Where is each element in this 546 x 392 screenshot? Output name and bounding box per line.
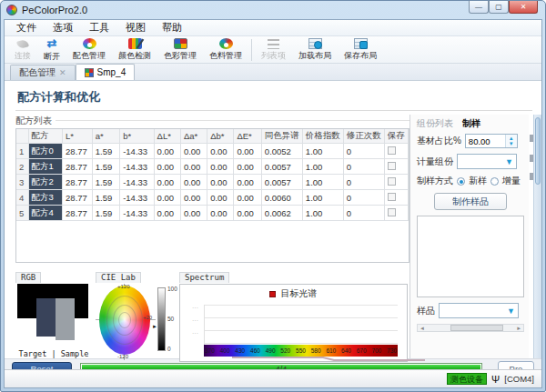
menu-view[interactable]: 视图	[117, 21, 154, 35]
col-a[interactable]: a*	[92, 129, 119, 144]
pre-button[interactable]: Pre	[498, 361, 534, 369]
menu-options[interactable]: 选项	[45, 21, 81, 35]
table-row[interactable]: 1 配方0 28.77 1.59 -14.33 0.00 0.00 0.00 0…	[16, 144, 408, 159]
lab-axis-top-label: +120	[117, 284, 130, 289]
col-db[interactable]: Δb*	[207, 129, 234, 144]
formula-name-cell[interactable]: 配方0	[28, 144, 63, 159]
menu-bar: 文件 选项 工具 视图 帮助	[5, 20, 541, 36]
scroll-right-icon[interactable]: ►	[514, 326, 523, 331]
tab-close-icon[interactable]: ✕	[59, 68, 66, 77]
chevron-down-icon: ▼	[507, 307, 515, 316]
scrollbar-thumb[interactable]	[535, 117, 541, 185]
tab-make-sample[interactable]: 制样	[462, 117, 480, 130]
save-checkbox[interactable]	[388, 208, 396, 216]
colorant-manage-button[interactable]: 色料管理	[203, 37, 248, 63]
maximize-button[interactable]: ▢	[489, 1, 509, 14]
menu-file[interactable]: 文件	[8, 21, 45, 35]
load-layout-icon	[308, 38, 322, 49]
formula-name-cell[interactable]: 配方1	[28, 159, 63, 175]
rgb-tab[interactable]: RGB	[15, 272, 41, 283]
lightness-bar	[157, 287, 166, 351]
col-save[interactable]: 保存	[384, 129, 408, 144]
save-checkbox[interactable]	[388, 146, 396, 155]
spinner-arrows-icon[interactable]: ▲▼	[505, 135, 517, 147]
disconnect-button[interactable]: ⇄ 断开	[37, 37, 66, 63]
component-listbox[interactable]	[417, 216, 524, 297]
chart-legend: 目标光谱	[180, 286, 407, 301]
lightness-marker-icon: ►	[152, 324, 157, 329]
page-title: 配方计算和优化	[17, 89, 541, 106]
col-dL[interactable]: ΔL*	[154, 129, 180, 144]
formula-name-cell[interactable]: 配方3	[28, 190, 63, 206]
close-button[interactable]: ✕	[509, 1, 538, 14]
horizontal-scrollbar[interactable]: ◄ ►	[417, 324, 524, 332]
save-checkbox[interactable]	[388, 193, 396, 201]
client-area: 文件 选项 工具 视图 帮助 连接 ⇄ 断开 配色管理 颜色检测	[4, 19, 542, 388]
main-content: 配方计算和优化 配方列表	[5, 81, 541, 369]
color-match-manage-button[interactable]: 配色管理	[66, 37, 112, 63]
col-b[interactable]: b*	[120, 129, 154, 144]
target-color-swatch	[36, 298, 56, 337]
col-formula[interactable]: 配方	[28, 129, 63, 144]
measured-component-label: 计量组份	[417, 156, 453, 168]
device-status-badge: 测色设备	[447, 373, 487, 385]
substrate-ratio-stepper[interactable]: ▲▼	[465, 134, 518, 148]
col-metamerism[interactable]: 同色异谱	[261, 129, 302, 144]
col-price-index[interactable]: 价格指数	[302, 129, 343, 144]
spectrum-chart: 目标光谱 ··· ··· ···	[179, 284, 408, 362]
vertical-scrollbar[interactable]	[533, 115, 541, 358]
save-layout-button[interactable]: 保存布局	[338, 37, 383, 63]
sample-select[interactable]: ▼	[439, 303, 519, 318]
make-sample-button[interactable]: 制作样品	[434, 193, 507, 210]
com-port-label: [COM4]	[504, 374, 534, 384]
formula-name-cell[interactable]: 配方2	[28, 175, 63, 190]
formula-table: 配方 L* a* b* ΔL* Δa* Δb* ΔE* 同色异谱 价格指数 修正	[15, 128, 410, 263]
color-detect-icon	[128, 38, 142, 49]
cielab-tab[interactable]: CIE Lab	[96, 272, 141, 283]
menu-tools[interactable]: 工具	[81, 21, 117, 35]
save-checkbox[interactable]	[388, 177, 396, 186]
rgb-panel: RGB Target | Sample	[15, 267, 92, 357]
toolbar: 连接 ⇄ 断开 配色管理 颜色检测 色彩管理 色料管理	[5, 36, 541, 64]
measured-component-select[interactable]: ▼	[457, 154, 517, 169]
usb-icon: Ψ	[491, 374, 500, 385]
table-row[interactable]: 2 配方1 28.77 1.59 -14.33 0.00 0.00 0.00 0…	[16, 159, 408, 175]
table-row[interactable]: 4 配方3 28.77 1.59 -14.33 0.00 0.00 0.00 0…	[16, 190, 408, 206]
save-layout-icon	[354, 38, 368, 49]
substrate-ratio-input[interactable]	[466, 135, 505, 147]
radio-increment-label[interactable]: 增量	[502, 175, 521, 187]
tab-color-match-manage[interactable]: 配色管理 ✕	[10, 65, 76, 80]
formula-section: 配方列表 配方	[15, 115, 410, 358]
title-bar: PeColorPro2.0	[1, 1, 545, 19]
menu-help[interactable]: 帮助	[154, 21, 190, 35]
lab-axis-bottom-label: -120	[117, 354, 128, 359]
spectrum-tab[interactable]: Spectrum	[179, 272, 229, 283]
radio-new-sample[interactable]	[457, 177, 465, 186]
col-L[interactable]: L*	[63, 129, 93, 144]
tab-component-list[interactable]: 组份列表	[417, 117, 453, 130]
tab-smp4[interactable]: Smp_4	[76, 64, 136, 80]
disconnect-icon: ⇄	[46, 36, 59, 50]
sampling-method-label: 制样方式	[417, 175, 453, 187]
col-dE[interactable]: ΔE*	[234, 129, 261, 144]
substrate-ratio-label: 基材占比%	[417, 135, 461, 147]
load-layout-button[interactable]: 加载布局	[292, 37, 338, 63]
formula-name-cell[interactable]: 配方4	[28, 206, 63, 221]
table-row[interactable]: 5 配方4 28.77 1.59 -14.33 0.00 0.00 0.00 0…	[16, 206, 408, 221]
sample-grid-icon	[85, 68, 94, 77]
col-correction-count[interactable]: 修正次数	[343, 129, 384, 144]
color-manage-button[interactable]: 色彩管理	[157, 37, 203, 63]
color-detect-button[interactable]: 颜色检测	[112, 37, 157, 63]
radio-new-sample-label[interactable]: 新样	[469, 175, 487, 187]
minimize-button[interactable]: —	[469, 1, 489, 14]
reset-button[interactable]: Reset	[12, 362, 72, 369]
radio-increment[interactable]	[490, 177, 499, 186]
col-da[interactable]: Δa*	[180, 129, 207, 144]
save-checkbox[interactable]	[388, 162, 396, 170]
list-item-button: 列表项	[255, 37, 292, 63]
lab-axis-right-label: +20	[143, 315, 152, 320]
table-row[interactable]: 3 配方2 28.77 1.59 -14.33 0.00 0.00 0.00 0…	[16, 175, 408, 190]
scrollbar-thumb[interactable]	[450, 325, 503, 331]
color-mosaic-icon	[174, 38, 187, 49]
app-icon	[6, 5, 17, 15]
